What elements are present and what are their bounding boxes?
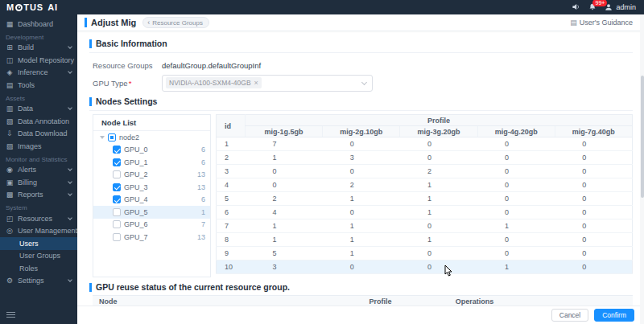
sidebar-item-tools[interactable]: Tools: [0, 79, 77, 92]
gpu-4-checkbox[interactable]: [113, 195, 121, 203]
gpu-6-checkbox[interactable]: [113, 220, 121, 228]
gpu-2-checkbox[interactable]: [113, 170, 121, 178]
sidebar-item-user-management[interactable]: User Management: [0, 225, 77, 238]
tree-expand-caret[interactable]: [100, 136, 105, 139]
sidebar-item-label: Inference: [18, 68, 48, 76]
profile-cell-value: 1: [400, 178, 477, 192]
user-management-icon: [6, 227, 14, 235]
sidebar-item-data-annotation[interactable]: Data Annotation: [0, 115, 77, 128]
tree-node-node2[interactable]: node2: [93, 131, 210, 144]
gpu-3-checkbox[interactable]: [113, 183, 121, 191]
section-accent-bar: [89, 283, 92, 292]
sidebar-collapse-icon[interactable]: [6, 310, 15, 319]
tree-node-gpu-3[interactable]: GPU_313: [93, 181, 210, 194]
sidebar-item-reports[interactable]: Reports: [0, 189, 77, 202]
notifications-bell-icon[interactable]: 99+: [588, 2, 597, 13]
profile-row-6[interactable]: 640100: [217, 206, 633, 219]
sidebar-item-roles[interactable]: Roles: [0, 262, 77, 275]
confirm-button[interactable]: Confirm: [594, 309, 634, 322]
volume-icon[interactable]: [572, 2, 580, 13]
profile-row-2[interactable]: 213000: [217, 151, 633, 165]
profile-row-8[interactable]: 811100: [217, 233, 633, 247]
profile-column-header-mig-4g-20gb: mig-4g.20gb: [477, 126, 555, 137]
tree-node-gpu-7[interactable]: GPU_713: [93, 231, 210, 244]
build-icon: [6, 43, 14, 51]
sidebar-item-alerts[interactable]: Alerts: [0, 164, 77, 177]
profile-row-id: 7: [217, 219, 246, 233]
profile-cell-value: 1: [400, 233, 477, 247]
node-list-title: Node List: [93, 115, 210, 131]
tree-node-gpu-2[interactable]: GPU_213: [93, 169, 210, 182]
section-gpu-reuse: GPU reuse status of the current resource…: [89, 282, 633, 292]
user-menu[interactable]: admin: [605, 3, 636, 11]
gpu-type-select[interactable]: NVIDIA-A100-SXM4-40GB: [162, 75, 373, 92]
profile-cell-value: 1: [246, 233, 323, 247]
profile-cell-value: 4: [246, 206, 323, 219]
gpu-label: GPU_2: [124, 170, 148, 178]
gpu-count: 6: [201, 158, 205, 166]
tree-node-gpu-5[interactable]: GPU_51: [93, 206, 210, 219]
tree-node-gpu-1[interactable]: GPU_16: [93, 156, 210, 169]
gpu-0-checkbox[interactable]: [113, 146, 121, 154]
profile-row-5[interactable]: 521100: [217, 192, 633, 206]
chevron-down-icon: [68, 105, 72, 110]
sidebar-item-dashboard[interactable]: Dashboard: [0, 18, 77, 31]
sidebar-item-data-download[interactable]: Data Download: [0, 128, 77, 141]
sidebar-item-users[interactable]: Users: [0, 237, 77, 250]
gpu-1-checkbox[interactable]: [113, 158, 121, 166]
tree-node-gpu-0[interactable]: GPU_06: [93, 144, 210, 157]
profile-cell-value: 1: [323, 247, 400, 260]
profile-column-header-mig-2g-10gb: mig-2g.10gb: [323, 126, 400, 137]
profile-row-id: 2: [217, 151, 246, 165]
breadcrumb-back-tag[interactable]: Resource Groups: [142, 17, 209, 28]
cancel-button[interactable]: Cancel: [551, 309, 588, 322]
sidebar-item-label: Data Download: [18, 129, 68, 137]
notification-badge: 99+: [592, 0, 607, 6]
section-basic-information: Basic Information: [89, 39, 633, 48]
gpu-label: GPU_6: [124, 220, 148, 228]
profile-cell-value: 0: [555, 219, 632, 233]
scrollbar-thumb[interactable]: [641, 76, 644, 198]
gpu-type-label: GPU Type*: [93, 79, 162, 88]
gpu-label: GPU_3: [124, 183, 148, 191]
profile-row-7[interactable]: 711010: [217, 219, 633, 233]
main-panel: Adjust Mig Resource Groups User's Guidan…: [77, 14, 644, 324]
profile-row-3[interactable]: 300200: [217, 165, 633, 178]
sidebar-item-label: Images: [18, 142, 42, 150]
profile-row-4[interactable]: 402100: [217, 178, 633, 192]
profile-row-9[interactable]: 951000: [217, 247, 633, 260]
topbar: MTUS AI 99+ admin: [0, 0, 644, 14]
chevron-down-icon: [68, 179, 72, 184]
gpu-count: 13: [197, 233, 205, 241]
sidebar-item-settings[interactable]: Settings: [0, 275, 77, 288]
sidebar-item-data[interactable]: Data: [0, 103, 77, 116]
gpu-7-checkbox[interactable]: [113, 233, 121, 241]
sidebar-item-resources[interactable]: Resources: [0, 212, 77, 225]
profile-cell-value: 0: [477, 137, 555, 151]
sidebar-item-user-groups[interactable]: User Groups: [0, 250, 77, 263]
sidebar-item-billing[interactable]: Billing: [0, 176, 77, 189]
tree-node-gpu-6[interactable]: GPU_67: [93, 219, 210, 232]
sidebar-item-build[interactable]: Build: [0, 42, 77, 55]
profile-cell-value: 1: [400, 206, 477, 219]
sidebar-item-images[interactable]: Images: [0, 140, 77, 153]
logo-o-icon: [15, 4, 23, 11]
users-guidance-link[interactable]: User's Guidance: [570, 18, 633, 27]
profile-cell-value: 0: [477, 192, 555, 206]
vertical-scrollbar[interactable]: [640, 14, 644, 324]
section-accent-bar: [89, 97, 92, 106]
profile-cell-value: 1: [246, 151, 323, 165]
sidebar-item-inference[interactable]: Inference: [0, 67, 77, 80]
gpu-5-checkbox[interactable]: [113, 208, 121, 216]
tree-node-gpu-4[interactable]: GPU_46: [93, 194, 210, 207]
gpu-count: 6: [201, 146, 205, 154]
profile-row-10[interactable]: 1030010: [217, 260, 633, 274]
tag-close-icon[interactable]: [254, 79, 258, 87]
sidebar-item-label: Billing: [18, 178, 37, 187]
node2-checkbox[interactable]: [108, 133, 116, 141]
profile-row-id: 4: [217, 178, 246, 192]
sidebar-item-label: Roles: [19, 265, 38, 273]
sidebar-item-model-repository[interactable]: Model Repository: [0, 54, 77, 67]
profile-row-1[interactable]: 170000: [217, 137, 633, 151]
profile-column-header-mig-3g-20gb: mig-3g.20gb: [400, 126, 477, 137]
